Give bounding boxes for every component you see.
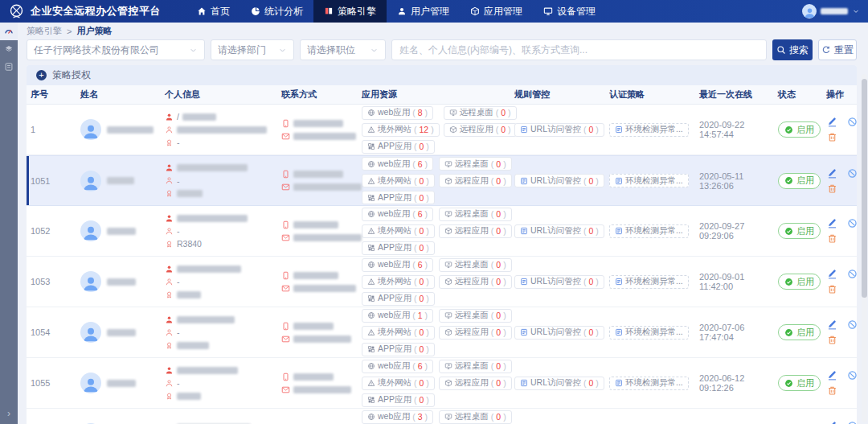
remote-desktop-badge[interactable]: 远程桌面(0) bbox=[439, 258, 512, 272]
department-select[interactable]: 请选择部门 bbox=[211, 39, 294, 60]
abroad-site-badge[interactable]: 境外网站(0) bbox=[362, 326, 435, 340]
ban-icon[interactable] bbox=[846, 167, 858, 180]
ban-icon[interactable] bbox=[846, 419, 858, 424]
company-select[interactable]: 任子行网络技术股份有限公司 bbox=[27, 39, 205, 60]
remote-desktop-badge[interactable]: 远程桌面(0) bbox=[439, 410, 512, 424]
search-input[interactable] bbox=[391, 39, 767, 60]
table-row[interactable]: 1051-web应用(6)境外网站(0)APP应用(0)远程桌面(0)远程应用(… bbox=[27, 155, 857, 206]
auth-policy-badge[interactable]: 环境检测异常... bbox=[609, 123, 689, 137]
url-control-badge[interactable]: URL访问管控(0) bbox=[514, 174, 604, 187]
abroad-site-badge[interactable]: 境外网站(12) bbox=[362, 123, 440, 137]
remote-desktop-badge[interactable]: 远程桌面(0) bbox=[439, 157, 512, 171]
url-control-badge[interactable]: URL访问管控(0) bbox=[514, 275, 604, 289]
trash-icon[interactable] bbox=[826, 182, 838, 196]
remote-app-badge[interactable]: 远程应用(0) bbox=[444, 123, 517, 137]
abroad-site-badge[interactable]: 境外网站(0) bbox=[362, 377, 435, 390]
search-button[interactable]: 搜索 bbox=[772, 39, 813, 60]
web-app-badge[interactable]: web应用(1) bbox=[362, 309, 433, 323]
edit-icon[interactable] bbox=[826, 167, 838, 180]
edit-icon[interactable] bbox=[826, 419, 838, 424]
auth-policy-badge[interactable]: 环境检测异常... bbox=[609, 275, 689, 289]
sidebar-item-3[interactable] bbox=[0, 58, 18, 76]
vertical-scrollbar[interactable] bbox=[862, 74, 867, 422]
app-badge[interactable]: APP应用(0) bbox=[362, 140, 435, 154]
edit-icon[interactable] bbox=[826, 115, 838, 129]
job-select[interactable]: 请选择职位 bbox=[300, 39, 386, 60]
remote-app-badge[interactable]: 远程应用(0) bbox=[439, 326, 512, 340]
nav-item-1[interactable]: 首页 bbox=[186, 0, 240, 23]
app-badge[interactable]: APP应用(0) bbox=[362, 292, 435, 306]
web-app-badge[interactable]: web应用(6) bbox=[362, 360, 433, 373]
ban-icon[interactable] bbox=[846, 368, 858, 382]
app-badge[interactable]: APP应用(0) bbox=[362, 191, 435, 204]
sidebar-collapse-button[interactable]: › bbox=[0, 408, 18, 419]
url-control-badge[interactable]: URL访问管控(0) bbox=[514, 224, 604, 238]
row-seq: 1051 bbox=[31, 176, 80, 186]
abroad-site-badge[interactable]: 境外网站(0) bbox=[362, 275, 435, 289]
remote-app-badge[interactable]: 远程应用(0) bbox=[439, 377, 512, 390]
breadcrumb-parent[interactable]: 策略引擎 bbox=[27, 25, 62, 37]
auth-policy-cell: 环境检测异常... bbox=[609, 376, 699, 390]
nav-item-3[interactable]: 策略引擎 bbox=[313, 0, 387, 23]
remote-app-badge[interactable]: 远程应用(0) bbox=[439, 224, 512, 238]
trash-icon[interactable] bbox=[826, 130, 838, 144]
search-icon bbox=[776, 45, 786, 55]
web-app-badge[interactable]: web应用(8) bbox=[362, 106, 433, 120]
reset-button[interactable]: 重置 bbox=[818, 39, 857, 60]
url-control-badge[interactable]: URL访问管控(0) bbox=[514, 377, 604, 390]
table-row[interactable]: 1052-R3840web应用(6)境外网站(0)APP应用(0)远程桌面(0)… bbox=[27, 206, 857, 257]
table-row[interactable]: 1055-web应用(6)境外网站(0)APP应用(0)远程桌面(0)远程应用(… bbox=[27, 358, 857, 409]
user-menu[interactable] bbox=[802, 4, 860, 19]
trash-icon[interactable] bbox=[826, 384, 838, 397]
web-app-badge[interactable]: web应用(3) bbox=[362, 410, 433, 424]
top-header: 企业安全远程办公管控平台 首页统计分析策略引擎用户管理应用管理设备管理 bbox=[0, 0, 868, 23]
trash-icon[interactable] bbox=[826, 282, 838, 296]
check-circle-icon bbox=[784, 176, 793, 185]
remote-desktop-badge[interactable]: 远程桌面(0) bbox=[439, 309, 512, 323]
remote-desktop-badge[interactable]: 远程桌面(0) bbox=[439, 208, 512, 221]
auth-policy-badge[interactable]: 环境检测异常... bbox=[609, 326, 689, 340]
trash-icon[interactable] bbox=[826, 232, 838, 245]
table-row[interactable]: 1/-web应用(8)境外网站(12)APP应用(0)远程桌面(0)远程应用(0… bbox=[27, 105, 857, 155]
trash-icon[interactable] bbox=[826, 333, 838, 347]
remote-desktop-badge[interactable]: 远程桌面(0) bbox=[444, 106, 517, 120]
table-row[interactable]: 1053-web应用(6)境外网站(0)APP应用(0)远程桌面(0)远程应用(… bbox=[27, 257, 857, 307]
edit-icon[interactable] bbox=[826, 267, 838, 281]
abroad-site-badge[interactable]: 境外网站(0) bbox=[362, 174, 435, 187]
auth-policy-badge[interactable]: 环境检测异常... bbox=[609, 377, 689, 390]
ban-icon[interactable] bbox=[846, 216, 858, 230]
sidebar-item-2[interactable] bbox=[0, 40, 18, 58]
edit-icon[interactable] bbox=[826, 368, 838, 382]
table-row[interactable]: 1054-web应用(1)境外网站(0)APP应用(0)远程桌面(0)远程应用(… bbox=[27, 307, 857, 358]
web-app-badge[interactable]: web应用(6) bbox=[362, 208, 433, 221]
app-badge[interactable]: APP应用(0) bbox=[362, 241, 435, 255]
person-tie-icon bbox=[165, 265, 174, 274]
cube-icon bbox=[449, 126, 457, 134]
ban-icon[interactable] bbox=[846, 115, 858, 129]
table-row[interactable]: web应用(3)境外网站(0)APP应用(0)远程桌面(0)远程应用(0)URL… bbox=[27, 409, 857, 424]
edit-icon[interactable] bbox=[826, 216, 838, 230]
url-control-badge[interactable]: URL访问管控(0) bbox=[514, 123, 604, 137]
edit-icon[interactable] bbox=[826, 318, 838, 331]
url-control-badge[interactable]: URL访问管控(0) bbox=[514, 326, 604, 340]
remote-app-badge[interactable]: 远程应用(0) bbox=[439, 174, 512, 187]
nav-item-5[interactable]: 应用管理 bbox=[460, 0, 533, 23]
auth-policy-badge[interactable]: 环境检测异常... bbox=[609, 174, 689, 187]
web-app-badge[interactable]: web应用(6) bbox=[362, 157, 433, 171]
phone-icon bbox=[281, 170, 290, 179]
nav-item-2[interactable]: 统计分析 bbox=[240, 0, 313, 23]
app-badge[interactable]: APP应用(0) bbox=[362, 343, 435, 356]
scrollbar-thumb[interactable] bbox=[862, 79, 867, 298]
web-app-badge[interactable]: web应用(6) bbox=[362, 258, 433, 272]
ban-icon[interactable] bbox=[846, 318, 858, 331]
auth-policy-badge[interactable]: 环境检测异常... bbox=[609, 224, 689, 238]
ban-icon[interactable] bbox=[846, 267, 858, 281]
nav-item-4[interactable]: 用户管理 bbox=[387, 0, 460, 23]
sidebar-item-1[interactable] bbox=[0, 23, 18, 40]
app-badge[interactable]: APP应用(0) bbox=[362, 393, 435, 407]
abroad-site-badge[interactable]: 境外网站(0) bbox=[362, 224, 435, 238]
nav-item-6[interactable]: 设备管理 bbox=[533, 0, 606, 23]
remote-desktop-badge[interactable]: 远程桌面(0) bbox=[439, 360, 512, 373]
remote-app-badge[interactable]: 远程应用(0) bbox=[439, 275, 512, 289]
person-icon bbox=[165, 227, 174, 236]
